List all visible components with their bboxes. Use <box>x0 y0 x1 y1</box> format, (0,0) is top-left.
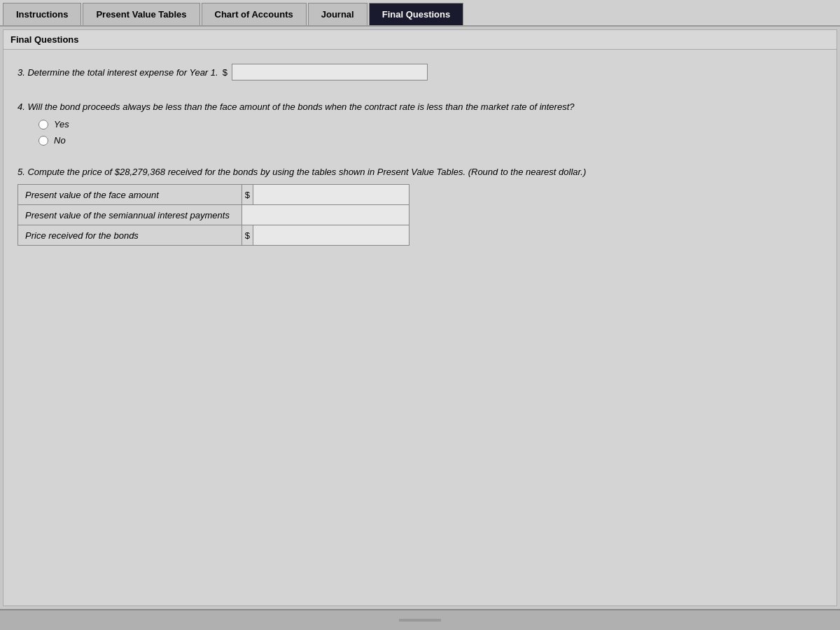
q5-row-price-label: Price received for the bonds <box>18 225 242 246</box>
q4-label: 4. Will the bond proceeds always be less… <box>18 102 822 112</box>
q5-face-amount-input[interactable] <box>253 185 409 204</box>
panel-body: 3. Determine the total interest expense … <box>4 50 836 606</box>
q4-option-no[interactable]: No <box>38 135 822 146</box>
q5-face-amount-dollar: $ <box>242 185 253 204</box>
q4-radio-yes[interactable] <box>38 120 48 130</box>
tab-present-value-tables[interactable]: Present Value Tables <box>83 3 200 25</box>
tab-chart-of-accounts[interactable]: Chart of Accounts <box>202 3 307 25</box>
q4-option-yes[interactable]: Yes <box>38 119 822 130</box>
q5-row-face-amount-input-wrapper: $ <box>242 185 409 204</box>
tab-final-questions[interactable]: Final Questions <box>369 3 464 25</box>
app-container: Instructions Present Value Tables Chart … <box>0 0 840 630</box>
main-area: Final Questions 3. Determine the total i… <box>0 27 840 609</box>
q5-row-semiannual-label: Present value of the semiannual interest… <box>18 205 242 225</box>
q5-table: Present value of the face amount $ <box>18 184 410 246</box>
panel-title: Final Questions <box>10 34 79 45</box>
q5-row-face-amount-input-cell: $ <box>241 185 409 205</box>
question-5-block: 5. Compute the price of $28,279,368 rece… <box>18 167 822 246</box>
q5-row-face-amount-label: Present value of the face amount <box>18 185 242 205</box>
q5-row-semiannual-input-wrapper <box>242 205 409 225</box>
bottom-bar <box>0 609 840 630</box>
q5-row-price: Price received for the bonds $ <box>18 225 410 246</box>
q5-row-price-input-cell: $ <box>241 225 409 246</box>
question-3-row: 3. Determine the total interest expense … <box>18 64 822 80</box>
tab-journal[interactable]: Journal <box>308 3 368 25</box>
q4-radio-group: Yes No <box>18 119 822 146</box>
q3-input[interactable] <box>232 64 428 80</box>
tab-bar: Instructions Present Value Tables Chart … <box>0 0 840 27</box>
q3-dollar: $ <box>223 67 227 78</box>
content-panel: Final Questions 3. Determine the total i… <box>3 29 837 606</box>
q5-row-semiannual: Present value of the semiannual interest… <box>18 205 410 225</box>
tab-instructions[interactable]: Instructions <box>3 3 81 25</box>
question-4-block: 4. Will the bond proceeds always be less… <box>18 102 822 146</box>
q5-row-price-input-wrapper: $ <box>242 225 409 245</box>
q5-row-semiannual-input-cell <box>241 205 409 225</box>
q5-semiannual-input[interactable] <box>242 205 409 225</box>
q5-label: 5. Compute the price of $28,279,368 rece… <box>18 167 822 177</box>
q4-radio-no[interactable] <box>38 136 48 146</box>
bottom-bar-indicator <box>399 619 441 622</box>
q3-label: 3. Determine the total interest expense … <box>18 67 218 78</box>
q5-price-dollar: $ <box>242 225 253 245</box>
q5-price-input[interactable] <box>253 225 409 245</box>
q5-row-face-amount: Present value of the face amount $ <box>18 185 410 205</box>
panel-title-bar: Final Questions <box>4 30 836 50</box>
